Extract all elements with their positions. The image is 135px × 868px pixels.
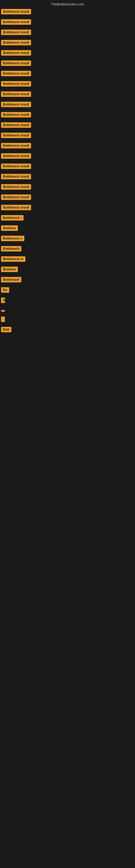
bottleneck-badge[interactable]: Bottleneck result xyxy=(1,40,31,45)
result-row: Bottleneck result xyxy=(0,193,135,203)
bottleneck-badge[interactable]: Bottleneck result xyxy=(1,30,31,35)
bottleneck-badge[interactable]: Bottleneck result xyxy=(1,9,31,14)
result-row: Bottlene xyxy=(0,223,135,234)
bottleneck-badge[interactable]: Bottleneck result xyxy=(1,122,31,128)
result-row: Bottleneck re xyxy=(0,254,135,265)
result-row: Bottleneck result xyxy=(0,90,135,100)
result-row: Bottleneck result xyxy=(0,151,135,162)
bottleneck-badge[interactable]: Bottleneck result xyxy=(1,91,31,97)
bottleneck-badge[interactable]: Bo xyxy=(1,287,9,293)
bottleneck-badge[interactable]: Bottleneck result xyxy=(1,143,31,148)
bottleneck-badge[interactable]: Bottleneck result xyxy=(1,19,31,25)
bottleneck-badge[interactable]: Bottleneck result xyxy=(1,163,31,169)
bottleneck-badge[interactable]: Bottleneck result xyxy=(1,71,31,76)
bottleneck-badge[interactable]: Bottleneck result xyxy=(1,205,31,210)
bottleneck-badge[interactable]: Bottleneck xyxy=(1,277,21,282)
bottleneck-badge[interactable]: Bottleneck result xyxy=(1,81,31,87)
result-row: Bottleneck result xyxy=(0,131,135,141)
bottleneck-badge[interactable]: Bottleneck xyxy=(1,246,21,251)
result-row: Bottleneck result xyxy=(0,48,135,59)
result-row: Bottleneck result xyxy=(0,69,135,79)
bottleneck-badge[interactable]: Bott xyxy=(1,327,11,332)
result-row: Bottleneck result xyxy=(0,110,135,120)
bottleneck-badge[interactable]: Bottleneck result xyxy=(1,102,31,107)
result-row: : xyxy=(0,315,135,325)
bottleneck-badge[interactable]: Bottleneck result xyxy=(1,153,31,159)
site-title: TheBottlenecker.com xyxy=(51,2,84,6)
bottleneck-badge[interactable]: : xyxy=(1,316,5,322)
result-row: Bottleneck n xyxy=(0,234,135,244)
result-row: Bottleneck xyxy=(0,244,135,254)
result-row xyxy=(0,306,135,315)
result-row: Bottleneck r xyxy=(0,213,135,223)
result-row: Bottleneck result xyxy=(0,120,135,131)
bottleneck-badge[interactable]: Bottlene xyxy=(1,267,18,272)
bottleneck-badge[interactable]: Bottleneck r xyxy=(1,215,24,220)
bottleneck-badge[interactable]: Bottleneck result xyxy=(1,184,31,190)
bottleneck-badge[interactable]: Bottleneck result xyxy=(1,61,31,66)
bottleneck-badge[interactable]: Bottleneck result xyxy=(1,133,31,138)
site-title-wrapper: TheBottlenecker.com xyxy=(0,0,135,7)
bottleneck-badge[interactable]: Bottleneck re xyxy=(1,256,26,262)
bottleneck-badge[interactable]: Bottlene xyxy=(1,225,18,231)
result-row: Bottleneck xyxy=(0,275,135,285)
result-row: Bottlene xyxy=(0,265,135,275)
result-row: Bottleneck result xyxy=(0,7,135,18)
bottleneck-badge[interactable]: Bottleneck n xyxy=(1,236,24,241)
bottleneck-badge[interactable]: B xyxy=(1,298,5,303)
bottleneck-badge[interactable]: Bottleneck result xyxy=(1,194,31,200)
result-row: Bottleneck result xyxy=(0,100,135,110)
bottleneck-badge[interactable] xyxy=(1,310,5,312)
result-row: Bottleneck result xyxy=(0,141,135,151)
bottleneck-badge[interactable]: Bottleneck result xyxy=(1,112,31,118)
result-row: Bottleneck result xyxy=(0,28,135,38)
result-row: Bottleneck result xyxy=(0,38,135,48)
result-row: Bottleneck result xyxy=(0,162,135,172)
result-row: Bott xyxy=(0,325,135,335)
result-row: Bottleneck result xyxy=(0,172,135,182)
result-row: Bottleneck result xyxy=(0,203,135,213)
result-row: B xyxy=(0,296,135,306)
result-row: Bottleneck result xyxy=(0,182,135,193)
bottleneck-badge[interactable]: Bottleneck result xyxy=(1,50,31,56)
result-row: Bo xyxy=(0,285,135,296)
result-row: Bottleneck result xyxy=(0,79,135,90)
result-row: Bottleneck result xyxy=(0,59,135,69)
bottleneck-badge[interactable]: Bottleneck result xyxy=(1,174,31,179)
result-row: Bottleneck result xyxy=(0,18,135,28)
